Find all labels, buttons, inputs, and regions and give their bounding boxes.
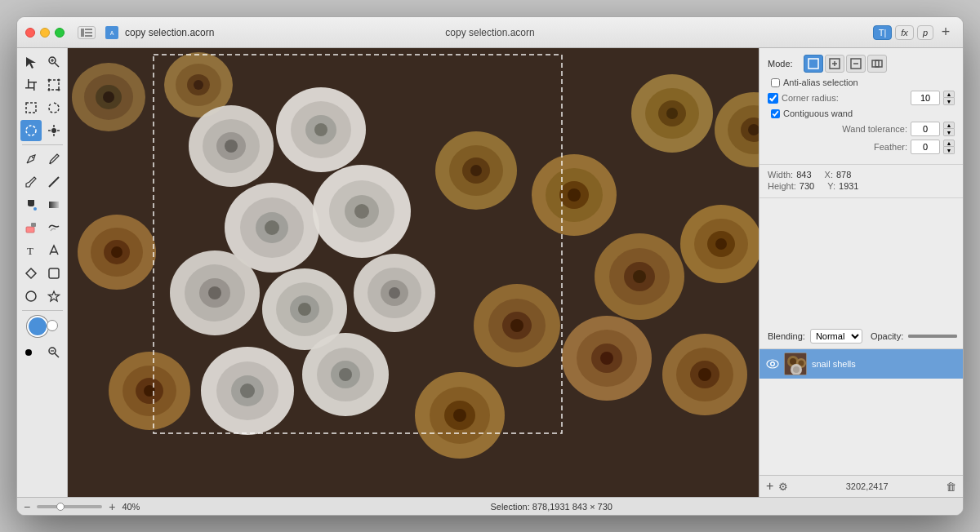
add-layer-button[interactable]: + <box>766 479 773 494</box>
feather-stepper[interactable]: ▲ ▼ <box>943 140 955 154</box>
pen-tool[interactable] <box>20 149 42 170</box>
delete-layer-button[interactable]: 🗑 <box>946 481 956 493</box>
mode-intersect-btn[interactable] <box>867 55 887 73</box>
svg-line-28 <box>49 177 59 187</box>
rect-select-tool[interactable] <box>20 97 42 118</box>
close-button[interactable] <box>25 28 35 38</box>
text-tool-button[interactable]: T| <box>873 25 893 40</box>
svg-point-27 <box>32 157 33 158</box>
wand-tolerance-stepper[interactable]: ▲ ▼ <box>943 122 955 136</box>
layer-settings-button[interactable]: ⚙ <box>778 481 788 493</box>
eraser-tool[interactable] <box>20 217 42 238</box>
background-color[interactable] <box>47 320 58 331</box>
ellipse-select-tool[interactable] <box>20 120 42 141</box>
feather-input[interactable] <box>911 140 940 154</box>
opacity-slider[interactable] <box>908 335 957 338</box>
svg-point-134 <box>111 246 122 258</box>
corner-radius-up[interactable]: ▲ <box>943 91 955 98</box>
titlebar: A copy selection.acorn copy selection.ac… <box>17 17 963 48</box>
arrow-tool[interactable] <box>20 51 42 73</box>
titlebar-center-title: copy selection.acorn <box>445 27 534 38</box>
svg-point-102 <box>568 188 581 202</box>
feather-down[interactable]: ▼ <box>943 147 955 154</box>
svg-marker-37 <box>48 291 59 301</box>
lasso-tool[interactable] <box>43 97 65 118</box>
svg-point-46 <box>103 91 114 103</box>
zoom-handle[interactable] <box>56 503 65 511</box>
minimize-button[interactable] <box>40 28 50 38</box>
layer-visibility-eye[interactable] <box>766 357 779 370</box>
line-tool[interactable] <box>43 171 65 193</box>
wand-tolerance-up[interactable]: ▲ <box>943 122 955 129</box>
mode-subtract-btn[interactable] <box>846 55 866 73</box>
text-tool[interactable]: T <box>20 240 42 261</box>
corner-radius-input[interactable]: 10 <box>911 91 940 105</box>
mode-replace-btn[interactable] <box>804 55 823 73</box>
shape-tool[interactable] <box>20 263 42 284</box>
tool-row-10 <box>20 263 65 284</box>
wand-tolerance-input[interactable] <box>911 122 940 136</box>
titlebar-right: T| fx p + <box>873 24 955 42</box>
smudge-tool[interactable] <box>43 217 65 238</box>
tool-row-9: T <box>20 240 65 261</box>
gradient-tool[interactable] <box>43 194 65 215</box>
magic-wand-tool[interactable] <box>43 120 65 141</box>
tool-row-7 <box>20 194 65 215</box>
opacity-label: Opacity: <box>871 331 903 341</box>
zoom-in-button[interactable]: + <box>109 500 115 513</box>
titlebar-left: A copy selection.acorn <box>71 26 214 39</box>
fx-button[interactable]: fx <box>895 25 914 40</box>
mode-label: Mode: <box>768 59 800 69</box>
layer-item[interactable]: snail shells <box>760 349 963 379</box>
transform-tool[interactable] <box>43 74 65 95</box>
canvas-area[interactable] <box>68 48 759 497</box>
layer-coords: 3202,2417 <box>793 481 941 491</box>
mode-add-btn[interactable] <box>825 55 844 73</box>
swap-colors-btn[interactable] <box>20 342 42 363</box>
eyedropper-tool[interactable] <box>20 171 42 193</box>
foreground-color[interactable] <box>27 316 48 337</box>
svg-point-90 <box>240 383 255 398</box>
blending-select[interactable]: Normal Multiply Screen Overlay Darken Li… <box>810 329 862 344</box>
corner-radius-label: Corner radius: <box>782 93 839 103</box>
brush-tool[interactable] <box>43 149 65 170</box>
maximize-button[interactable] <box>55 28 65 38</box>
zoom-tool[interactable] <box>43 51 65 73</box>
corner-radius-stepper[interactable]: ▲ ▼ <box>943 91 955 105</box>
add-button[interactable]: + <box>937 24 955 42</box>
star-tool[interactable] <box>43 286 65 307</box>
anti-alias-checkbox[interactable] <box>771 78 780 87</box>
tool-row-bottom <box>20 342 65 363</box>
svg-rect-15 <box>49 80 59 90</box>
mode-buttons <box>804 55 887 73</box>
zoom-tool-2[interactable] <box>43 342 65 363</box>
p-button[interactable]: p <box>917 25 933 40</box>
dimensions-row-1: Width: 843 X: 878 <box>768 170 955 180</box>
crop-tool[interactable] <box>20 74 42 95</box>
corner-radius-down[interactable]: ▼ <box>943 98 955 105</box>
zoom-slider[interactable] <box>37 505 102 508</box>
svg-text:A: A <box>110 30 114 36</box>
contiguous-wand-checkbox[interactable] <box>771 109 780 118</box>
svg-point-98 <box>470 165 482 176</box>
layers-section: snail shells <box>760 349 963 475</box>
y-label: Y: <box>827 181 835 191</box>
corner-radius-checkbox[interactable] <box>768 93 778 104</box>
rect-shape-tool[interactable] <box>43 263 65 284</box>
wand-tolerance-down[interactable]: ▼ <box>943 129 955 136</box>
svg-point-118 <box>600 352 613 365</box>
width-value: 843 <box>796 170 811 180</box>
tool-row-4 <box>20 120 65 141</box>
sidebar-toggle-button[interactable] <box>78 26 96 39</box>
zoom-out-button[interactable]: − <box>24 500 30 513</box>
paint-bucket-tool[interactable] <box>20 194 42 215</box>
svg-point-106 <box>633 270 646 283</box>
circle-shape-tool[interactable] <box>20 286 42 307</box>
svg-point-62 <box>225 140 238 153</box>
svg-line-8 <box>55 63 59 67</box>
blur-tool[interactable] <box>43 240 65 261</box>
separator-1 <box>22 144 63 145</box>
layer-name: snail shells <box>812 359 956 369</box>
feather-up[interactable]: ▲ <box>943 140 955 147</box>
contiguous-wand-label: Contiguous wand <box>783 109 853 118</box>
